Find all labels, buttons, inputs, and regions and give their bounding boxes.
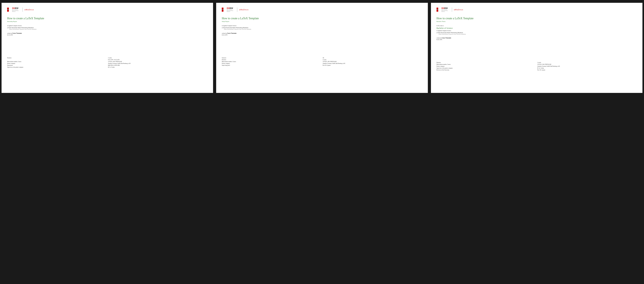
in-field: in Applied Computer Science — [436, 30, 637, 31]
svg-rect-1 — [7, 10, 9, 12]
doc-type: Internship Report — [7, 21, 208, 22]
footer-label: Supervisor at the partner company: — [436, 67, 453, 69]
footer-row: Duration: — [436, 62, 536, 63]
page-header: DHBW Duale HochschuleBaden-WürttembergMa… — [222, 7, 422, 12]
footer-row: Supervisor at the partner company: — [7, 67, 107, 68]
amadeus-text: aMaDeus — [239, 9, 248, 11]
footer-row: Matriculation number, Course: — [436, 64, 536, 65]
written-by: written by Luca Vazzano — [436, 37, 637, 39]
footer-label: Duration: — [222, 59, 226, 61]
main-title: How to create a LaTeX Template — [436, 17, 637, 20]
page-header: DHBW Duale HochschuleBaden-WürttembergMa… — [436, 7, 637, 12]
footer-value: M. Sc. Foobar — [108, 67, 208, 68]
footer-value: 01.01.1970 - 01.01.1970 — [108, 59, 208, 61]
doc-type: Bachelor Thesis — [436, 21, 637, 22]
author-date: 01.01.1970 — [222, 34, 422, 36]
dhbw-bw: BW — [444, 7, 448, 9]
page-bachelor: DHBW Duale HochschuleBaden-WürttembergMa… — [431, 3, 642, 93]
page-wrapper-bachelor: DHBW Duale HochschuleBaden-WürttembergMa… — [430, 0, 644, 96]
dhbw-logo-icon — [222, 8, 226, 12]
svg-rect-4 — [222, 10, 224, 12]
footer-label: Department: — [7, 65, 13, 66]
page-wrapper-internship: DHBW Duale HochschuleBaden-WürttembergMa… — [0, 0, 214, 96]
written-by: written by Luca Vazzano — [222, 32, 422, 34]
footer-value: 13374211, MA-TINFI5AI-BC — [537, 64, 637, 65]
footer-label: Matriculation number, Course: — [7, 61, 22, 62]
footer-label: Reviewer of the University: — [436, 69, 450, 71]
footer-row: Partner company: — [436, 66, 536, 67]
footer-value: Amadeus Germany GmbH, Bad Homburg v.d.H. — [322, 63, 422, 64]
university-sub: Baden-Wuerttemberg Cooperative State Uni… — [9, 29, 208, 30]
dhbw-subtext: Duale HochschuleBaden-WürttembergMannhei… — [227, 9, 233, 12]
in-field: in Applied Computer Science — [7, 25, 208, 27]
footer-value: 2 weeks — [537, 62, 637, 63]
in-field: in Applied Computer Science — [222, 25, 422, 27]
footer-value: 2 weeks — [322, 59, 422, 61]
dhbw-dh: DH — [442, 7, 444, 9]
dhbw-logo-icon — [7, 8, 11, 12]
spacer — [222, 40, 422, 50]
dhbw-dh: DH — [12, 7, 15, 9]
footer-value: M. Sc. Foobar — [537, 67, 637, 69]
spacer — [436, 45, 637, 54]
footer-row: Partner company: — [222, 63, 322, 64]
footer-table: Duration: 2 weeks Matriculation number, … — [436, 61, 637, 71]
footer-row: Reviewer of the University: — [436, 69, 536, 71]
page-header: DHBW Duale HochschuleBaden-WürttembergMa… — [7, 7, 208, 12]
footer-row: Semester: — [222, 57, 322, 59]
author-name: Luca Vazzano — [227, 32, 236, 34]
footer-row: Duration: — [7, 57, 107, 59]
at-university: at Duale Hochschule Baden-Württemberg Ma… — [436, 32, 637, 33]
footer-label: Partner company: — [7, 63, 15, 64]
dhbw-text-block: DHBW Duale HochschuleBaden-WürttembergMa… — [442, 7, 448, 12]
dhbw-text-block: DHBW Duale HochschuleBaden-WürttembergMa… — [12, 7, 18, 12]
footer-row: Supervisor at the partner company: — [436, 67, 536, 69]
dhbw-logo: DHBW Duale HochschuleBaden-WürttembergMa… — [222, 7, 233, 12]
footer-value: Prof. Dr. Lipsum — [537, 69, 637, 71]
doc-type: Study Report — [222, 21, 422, 22]
author-date: 01.01.1970 — [436, 39, 637, 40]
svg-rect-3 — [222, 8, 224, 9]
spacer — [7, 40, 208, 50]
footer-value: 13374211, MA-TINFI5AI-BC — [322, 61, 422, 62]
footer-value: R&D-FRA-LATEX-PRO — [108, 65, 208, 66]
body-content: in Applied Computer Science at Duale Hoc… — [222, 25, 422, 36]
dhbw-logo: DHBW Duale HochschuleBaden-WürttembergMa… — [7, 7, 18, 12]
footer-label: Partner company: — [436, 66, 445, 67]
at-university: at Duale Hochschule Baden-Württemberg Ma… — [222, 27, 422, 29]
footer-value: Prof. Dr. Lipsum — [322, 65, 422, 66]
footer-row — [7, 59, 107, 61]
degree-title: Bachelor of Science — [436, 27, 637, 29]
main-title: How to create a LaTeX Template — [7, 17, 208, 20]
footer-label: Matriculation number, Course: — [436, 64, 451, 65]
footer-table: Semester: 3th Duration: 2 weeks Matricul… — [222, 56, 422, 66]
footer-label: Duration: — [436, 62, 441, 63]
amadeus-text: aMaDeus — [24, 9, 34, 11]
svg-rect-0 — [7, 8, 9, 9]
footer-table: Duration: 2 weeks 01.01.1970 - 01.01.197… — [7, 56, 208, 68]
svg-rect-7 — [436, 10, 438, 12]
main-title: How to create a LaTeX Template — [222, 17, 422, 20]
written-by: written by Luca Vazzano — [7, 32, 208, 34]
pages-container: DHBW Duale HochschuleBaden-WürttembergMa… — [0, 0, 644, 96]
author-name: Luca Vazzano — [12, 32, 22, 34]
dhbw-logo-icon — [436, 8, 440, 12]
author-date: 01.01.1970 — [7, 34, 208, 36]
svg-rect-5 — [222, 9, 224, 10]
footer-value: Amadeus Germany GmbH, Bad Homburg v.d.H. — [537, 66, 637, 67]
footer-row: Partner company: — [7, 63, 107, 64]
dhbw-subtext: Duale HochschuleBaden-WürttembergMannhei… — [442, 9, 448, 12]
body-content: in Applied Computer Science at Duale Hoc… — [7, 25, 208, 36]
author-name: Luca Vazzano — [442, 37, 451, 39]
exam-label: for the exam as — [436, 25, 637, 27]
dhbw-logo: DHBW Duale HochschuleBaden-WürttembergMa… — [436, 7, 448, 12]
footer-value: Amadeus Germany GmbH, Bad Homburg v.d.H. — [108, 63, 208, 64]
footer-row: Department: — [7, 65, 107, 66]
footer-label: Partner company: — [222, 63, 230, 64]
svg-rect-6 — [436, 8, 438, 9]
footer-value: 2 weeks — [108, 57, 208, 59]
page-wrapper-study: DHBW Duale HochschuleBaden-WürttembergMa… — [214, 0, 429, 96]
footer-label: Supervising tutor: — [222, 65, 230, 66]
header-divider — [237, 8, 237, 12]
university-sub: Baden-Wuerttemberg Cooperative State Uni… — [224, 29, 422, 30]
